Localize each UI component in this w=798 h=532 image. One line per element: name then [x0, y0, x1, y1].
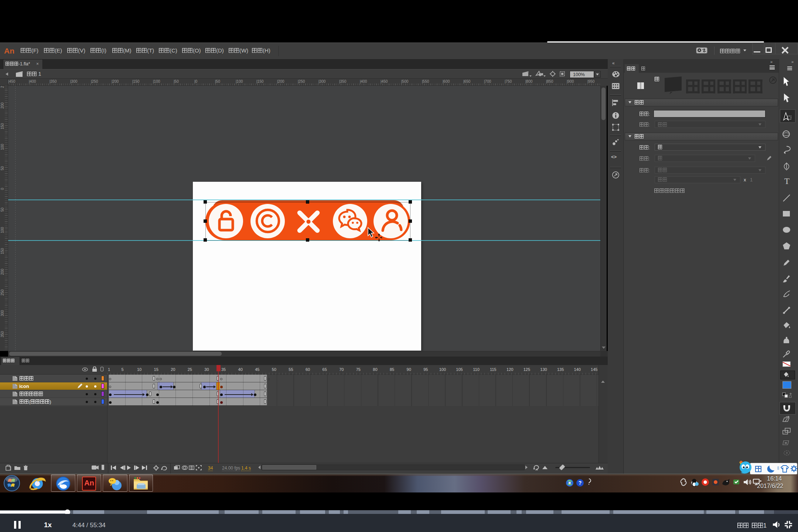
svg-text:?: ?: [579, 480, 582, 486]
